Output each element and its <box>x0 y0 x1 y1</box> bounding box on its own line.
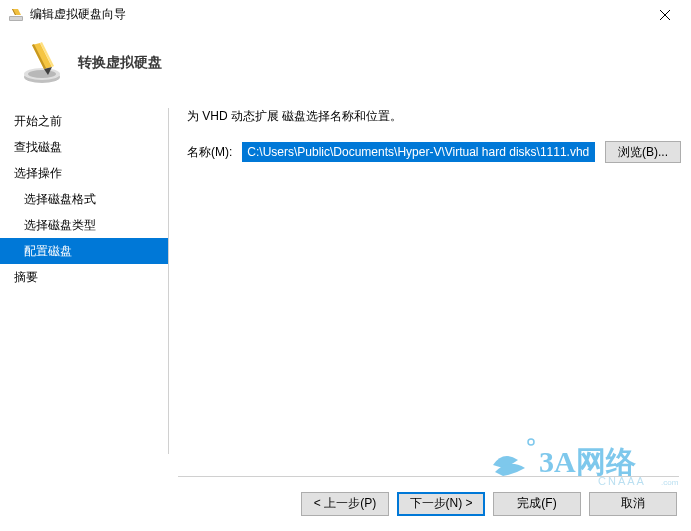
name-input[interactable] <box>242 142 595 162</box>
sidebar-step-disk-format[interactable]: 选择磁盘格式 <box>0 186 168 212</box>
next-button[interactable]: 下一步(N) > <box>397 492 485 516</box>
footer-divider <box>178 476 679 477</box>
sidebar-step-disk-type[interactable]: 选择磁盘类型 <box>0 212 168 238</box>
wizard-body: 开始之前 查找磁盘 选择操作 选择磁盘格式 选择磁盘类型 配置磁盘 摘要 为 V… <box>0 96 691 466</box>
browse-button[interactable]: 浏览(B)... <box>605 141 681 163</box>
svg-rect-1 <box>10 17 22 20</box>
sidebar-step-before-begin[interactable]: 开始之前 <box>0 108 168 134</box>
close-button[interactable] <box>642 1 687 29</box>
previous-button[interactable]: < 上一步(P) <box>301 492 389 516</box>
titlebar: 编辑虚拟硬盘向导 <box>0 0 691 30</box>
wizard-title: 转换虚拟硬盘 <box>78 54 162 72</box>
sidebar-step-choose-action[interactable]: 选择操作 <box>0 160 168 186</box>
sidebar-step-configure-disk[interactable]: 配置磁盘 <box>0 238 168 264</box>
svg-point-8 <box>28 70 56 78</box>
name-field-row: 名称(M): 浏览(B)... <box>187 141 681 163</box>
instruction-text: 为 VHD 动态扩展 磁盘选择名称和位置。 <box>187 108 681 125</box>
wizard-content: 为 VHD 动态扩展 磁盘选择名称和位置。 名称(M): 浏览(B)... <box>169 96 691 466</box>
wizard-header: 转换虚拟硬盘 <box>0 30 691 96</box>
wizard-footer: < 上一步(P) 下一步(N) > 完成(F) 取消 <box>0 476 691 531</box>
finish-button[interactable]: 完成(F) <box>493 492 581 516</box>
sidebar-step-summary[interactable]: 摘要 <box>0 264 168 290</box>
wizard-icon <box>18 39 66 87</box>
name-label: 名称(M): <box>187 144 232 161</box>
cancel-button[interactable]: 取消 <box>589 492 677 516</box>
app-icon <box>8 7 24 23</box>
window-title: 编辑虚拟硬盘向导 <box>30 6 642 23</box>
sidebar-step-locate-disk[interactable]: 查找磁盘 <box>0 134 168 160</box>
wizard-steps-sidebar: 开始之前 查找磁盘 选择操作 选择磁盘格式 选择磁盘类型 配置磁盘 摘要 <box>0 96 168 466</box>
